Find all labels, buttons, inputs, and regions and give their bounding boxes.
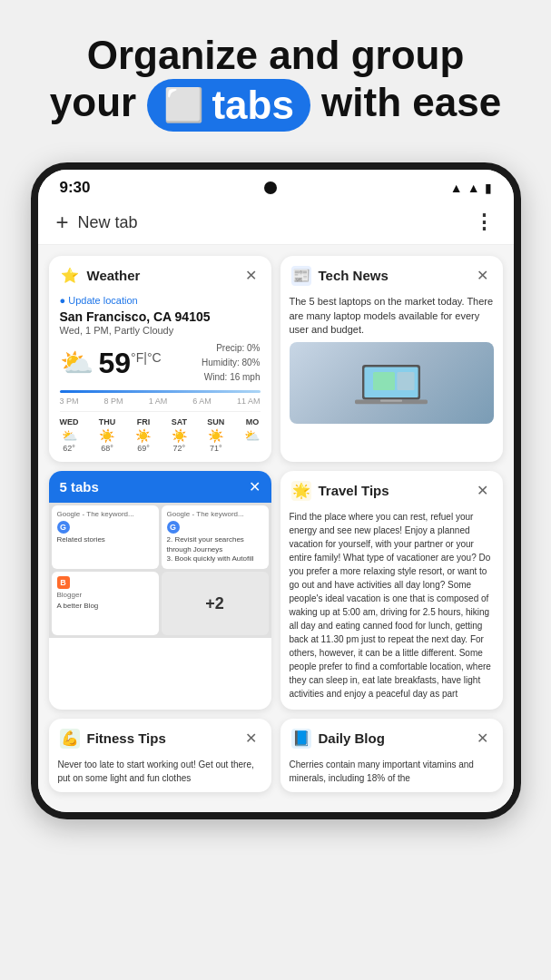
travel-tips-text: Find the place where you can rest, refue… (290, 510, 494, 701)
weather-close-button[interactable]: ✕ (241, 265, 261, 286)
tech-news-header: 📰 Tech News ✕ (280, 256, 503, 291)
daily-blog-text: Cherries contain many important vitamins… (290, 758, 494, 785)
travel-header-left: 🌟 Travel Tips (291, 481, 389, 501)
tabs-close-button[interactable]: ✕ (249, 478, 261, 495)
svg-rect-3 (397, 372, 414, 390)
mini-tab-1-content: Related stories (57, 535, 153, 544)
travel-tips-header: 🌟 Travel Tips ✕ (280, 471, 503, 506)
new-tab-bar[interactable]: + New tab ⋮ (38, 202, 514, 245)
weather-sun-icon: ⛅ (60, 347, 93, 378)
tech-news-body: The 5 best laptops on the market today. … (280, 291, 503, 431)
camera-dot (264, 181, 277, 194)
tabs-count-label: 5 tabs (60, 479, 99, 495)
hero-line2: your ⬜ tabs with ease (50, 80, 501, 124)
hero-section: Organize and group your ⬜ tabs with ease (0, 0, 551, 153)
weather-details: Precip: 0% Humidity: 80% Wind: 16 mph (202, 341, 260, 385)
cards-row-3: 💪 Fitness Tips ✕ Never too late to start… (49, 719, 503, 792)
mini-tab-3[interactable]: B Blogger A better Blog (52, 572, 159, 635)
mini-tab-3-title: Blogger (57, 591, 153, 599)
new-tab-left[interactable]: + New tab (56, 210, 138, 235)
travel-tips-card[interactable]: 🌟 Travel Tips ✕ Find the place where you… (280, 471, 503, 710)
tabs-group-header: 5 tabs ✕ (49, 471, 271, 503)
cards-row-1: ⭐ Weather ✕ Update location San Francisc… (49, 256, 503, 462)
cards-row-2: 5 tabs ✕ Google - The keyword... G Relat… (49, 471, 503, 710)
tech-header-left: 📰 Tech News (291, 266, 389, 286)
weather-card[interactable]: ⭐ Weather ✕ Update location San Francisc… (49, 256, 271, 462)
mini-tab-1-title: Google - The keyword... (57, 510, 153, 518)
mini-tab-2-content: 2. Revisit your searches through Journey… (167, 535, 263, 564)
weather-time-4: 6 AM (192, 397, 212, 406)
weather-precip: Precip: 0% (202, 341, 260, 356)
weather-time-1: 3 PM (60, 397, 79, 406)
phone-mockup: 9:30 ▲ ▲ ▮ + New tab ⋮ (31, 162, 521, 819)
daily-blog-title: Daily Blog (319, 730, 385, 746)
weather-day-thu: THU ☀️ 68° (99, 417, 116, 453)
tech-news-text: The 5 best laptops on the market today. … (290, 295, 494, 337)
plus-more[interactable]: +2 (162, 572, 269, 635)
google-logo-2: G (167, 521, 180, 534)
travel-favicon: 🌟 (291, 481, 311, 501)
weather-card-header: ⭐ Weather ✕ (49, 256, 271, 291)
weather-day-sat: SAT ☀️ 72° (172, 417, 187, 453)
phone-wrap: 9:30 ▲ ▲ ▮ + New tab ⋮ (0, 153, 551, 838)
weather-city: San Francisco, CA 94105 (60, 309, 261, 324)
weather-wind: Wind: 16 mph (202, 370, 260, 385)
weather-day-mon: MO ⛅ (244, 417, 260, 453)
weather-times: 3 PM 8 PM 1 AM 6 AM 11 AM (60, 397, 261, 406)
fitness-tips-body: Never too late to start working out! Get… (49, 754, 271, 792)
mini-tab-2[interactable]: Google - The keyword... G 2. Revisit you… (162, 505, 269, 569)
weather-favicon: ⭐ (60, 266, 80, 286)
hero-prefix: your (50, 80, 136, 124)
daily-blog-body: Cherries contain many important vitamins… (280, 754, 503, 792)
status-icons: ▲ ▲ ▮ (450, 181, 492, 195)
tech-news-image (290, 342, 494, 424)
tabs-grid: Google - The keyword... G Related storie… (49, 503, 271, 638)
hero-title: Organize and group your ⬜ tabs with ease (36, 33, 515, 132)
signal-icon: ▲ (467, 181, 480, 195)
blogger-logo: B (57, 576, 70, 589)
plus-icon[interactable]: + (56, 210, 69, 235)
weather-title: Weather (87, 268, 141, 283)
daily-blog-header-left: 📘 Daily Blog (291, 729, 385, 749)
weather-date: Wed, 1 PM, Partly Cloudy (60, 325, 261, 336)
weather-time-5: 11 AM (237, 397, 261, 406)
tabs-group-card[interactable]: 5 tabs ✕ Google - The keyword... G Relat… (49, 471, 271, 710)
svg-rect-2 (373, 372, 395, 390)
daily-blog-header: 📘 Daily Blog ✕ (280, 719, 503, 754)
weather-header-left: ⭐ Weather (60, 266, 141, 286)
new-tab-label: New tab (78, 213, 138, 232)
weather-day-wed: WED ⛅ 62° (60, 417, 79, 453)
weather-time-3: 1 AM (149, 397, 168, 406)
fitness-close-button[interactable]: ✕ (241, 728, 261, 749)
update-location[interactable]: Update location (60, 295, 261, 306)
battery-icon: ▮ (485, 181, 492, 195)
mini-tab-2-title: Google - The keyword... (167, 510, 263, 518)
tech-news-title: Tech News (319, 268, 389, 283)
cards-area: ⭐ Weather ✕ Update location San Francisc… (38, 245, 514, 812)
mini-tab-3-content: A better Blog (57, 602, 153, 611)
fitness-header: 💪 Fitness Tips ✕ (49, 719, 271, 754)
travel-tips-close-button[interactable]: ✕ (473, 480, 492, 501)
daily-blog-card[interactable]: 📘 Daily Blog ✕ Cherries contain many imp… (280, 719, 503, 792)
fitness-tips-title: Fitness Tips (87, 730, 166, 746)
google-logo-1: G (57, 521, 70, 534)
hero-highlight-text: tabs (212, 83, 293, 129)
status-bar: 9:30 ▲ ▲ ▮ (38, 170, 514, 202)
fitness-header-left: 💪 Fitness Tips (60, 729, 166, 749)
tech-news-close-button[interactable]: ✕ (473, 265, 492, 286)
fitness-tips-card[interactable]: 💪 Fitness Tips ✕ Never too late to start… (49, 719, 271, 792)
weather-temp: 59 (99, 347, 132, 380)
svg-rect-5 (380, 400, 402, 402)
fitness-tips-text: Never too late to start working out! Get… (58, 758, 262, 785)
wifi-icon: ▲ (450, 181, 463, 195)
hero-highlight: ⬜ tabs (147, 79, 310, 132)
more-icon[interactable]: ⋮ (474, 211, 496, 234)
weather-temp-row: ⛅ 59 °F|°C (60, 347, 162, 380)
hero-line1: Organize and group (87, 33, 465, 77)
tech-favicon: 📰 (291, 266, 311, 286)
hero-suffix: with ease (321, 80, 501, 124)
weather-day-fri: FRI ☀️ 69° (135, 417, 151, 453)
daily-blog-close-button[interactable]: ✕ (473, 728, 492, 749)
tech-news-card[interactable]: 📰 Tech News ✕ The 5 best laptops on the … (280, 256, 503, 462)
mini-tab-1[interactable]: Google - The keyword... G Related storie… (52, 505, 159, 569)
